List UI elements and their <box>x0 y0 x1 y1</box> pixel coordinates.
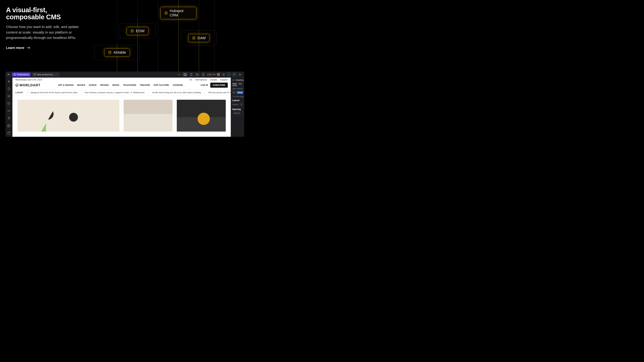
assets-icon[interactable] <box>7 123 11 128</box>
variables-icon[interactable] <box>7 109 11 113</box>
svg-point-28 <box>8 132 10 133</box>
database-icon <box>130 29 134 33</box>
arrow-right-icon <box>27 46 30 49</box>
locale-us[interactable]: US <box>189 79 192 81</box>
svg-point-17 <box>179 74 179 75</box>
tab-style[interactable]: Style <box>232 83 237 86</box>
preview-play-icon[interactable] <box>238 72 242 77</box>
nav-music[interactable]: MUSIC <box>112 84 120 86</box>
svg-point-10 <box>165 12 167 12</box>
margin-label: MARGIN <box>234 112 240 114</box>
designer-app: Publications New product lau… <box>5 71 244 137</box>
pages-icon[interactable] <box>7 87 11 91</box>
subscribe-button[interactable]: SUBSCRIBE <box>210 83 228 88</box>
brand-mark-icon <box>16 84 18 87</box>
chip-airtable-label: Airtable <box>114 50 126 55</box>
locale-international[interactable]: International <box>195 79 207 81</box>
ticker-item-1[interactable]: Spring art fairs kick off for buyers and… <box>31 91 78 94</box>
chip-airtable-outer: Airtable <box>94 45 140 60</box>
svg-point-24 <box>9 117 10 118</box>
chip-edw-outer: EDW <box>120 23 155 38</box>
chip-hubspot-label: Hubspot CRM <box>170 9 192 17</box>
article-card-image-3[interactable] <box>177 100 226 132</box>
ticker-item-3[interactable]: Textile artists bring new life to an 18t… <box>152 91 201 94</box>
nav-cooking[interactable]: COOKING <box>173 84 183 86</box>
brand-name: WORLDART <box>20 83 40 87</box>
nav-movies[interactable]: MOVIES <box>100 84 109 86</box>
svg-point-12 <box>193 37 195 37</box>
breakpoint-landscape-icon[interactable] <box>195 72 200 77</box>
webflow-logo-icon[interactable] <box>7 73 11 76</box>
selector-scope-icon[interactable] <box>232 91 236 94</box>
learn-more-link[interactable]: Learn more <box>6 46 30 50</box>
locale-espanol[interactable]: Español <box>220 79 228 81</box>
section-layout-header: Layout <box>232 99 243 102</box>
collection-pill[interactable]: New product lau… <box>32 72 60 76</box>
more-icon[interactable] <box>177 72 182 77</box>
navigator-icon[interactable] <box>7 94 11 98</box>
learn-more-label: Learn more <box>6 46 24 50</box>
breakpoint-desktop-icon[interactable] <box>183 72 188 77</box>
nav-dance[interactable]: DANCE <box>89 84 96 86</box>
site-preview: Wednesday, April 17th, 2023 US Internati… <box>12 78 231 137</box>
site-brand[interactable]: WORLDART <box>16 83 40 87</box>
chip-dam-outer: DAM <box>181 30 217 45</box>
chip-dam-label: DAM <box>198 36 206 40</box>
publications-pill[interactable]: Publications <box>12 72 30 76</box>
selector-class-chip[interactable]: Head <box>237 91 243 94</box>
tab-settings[interactable]: Set <box>239 83 242 86</box>
designer-topbar: Publications New product lau… <box>5 71 244 78</box>
chip-hubspot[interactable]: Hubspot CRM <box>160 7 196 19</box>
svg-point-23 <box>8 117 9 118</box>
spacing-margin-box[interactable]: MARGIN <box>232 111 243 115</box>
style-panel: H1 Heading Style Set Style selecto Head … <box>231 78 244 137</box>
ticker-label: LATEST <box>16 91 23 93</box>
svg-rect-19 <box>184 73 186 75</box>
chip-edw[interactable]: EDW <box>126 27 148 35</box>
collaborator-avatar[interactable] <box>217 73 220 76</box>
display-value[interactable]: B <box>240 103 243 106</box>
nav-television[interactable]: TELEVISION <box>123 84 136 86</box>
components-icon[interactable] <box>7 101 11 106</box>
ticker-item-4[interactable]: The best movies and TV shows coming <box>208 91 231 94</box>
svg-rect-29 <box>233 92 235 93</box>
cms-icon[interactable] <box>7 131 11 135</box>
selector-count: 1 on this pag <box>232 95 243 97</box>
chip-edw-label: EDW <box>136 29 144 33</box>
svg-point-15 <box>34 73 36 74</box>
ticker-item-2[interactable]: Kim Noltemy, orchestra veteran, is tappe… <box>85 91 145 94</box>
comments-icon[interactable] <box>232 73 236 76</box>
nav-art-design[interactable]: ART & DESIGN <box>58 84 74 86</box>
database-icon <box>192 36 196 40</box>
chip-dam[interactable]: DAM <box>188 34 210 42</box>
locale-canada[interactable]: Canada <box>210 79 217 81</box>
database-icon <box>164 11 168 15</box>
svg-rect-22 <box>202 73 204 76</box>
svg-point-27 <box>8 125 8 125</box>
styles-icon[interactable] <box>7 116 11 120</box>
nav-theater[interactable]: THEATER <box>140 84 150 86</box>
left-toolbar <box>5 78 12 137</box>
svg-point-16 <box>178 74 178 75</box>
nav-pop-culture[interactable]: POP CULTURE <box>154 84 169 86</box>
chip-airtable[interactable]: Airtable <box>104 48 130 56</box>
article-card-image-2[interactable] <box>124 100 172 132</box>
breakpoint-tablet-icon[interactable] <box>189 72 194 77</box>
display-label: Display <box>232 103 239 105</box>
svg-rect-14 <box>14 73 16 75</box>
database-icon <box>34 73 36 76</box>
chip-hubspot-outer: Hubspot CRM <box>160 8 196 18</box>
article-card-image-1[interactable] <box>18 100 120 132</box>
status-ok-icon[interactable] <box>227 73 231 76</box>
breakpoint-mobile-icon[interactable] <box>201 72 206 77</box>
hero-title: A visual-first, composable CMS <box>6 6 100 20</box>
designer-canvas[interactable]: Wednesday, April 17th, 2023 US Internati… <box>12 78 231 137</box>
svg-point-25 <box>8 118 9 119</box>
nav-books[interactable]: BOOKS <box>77 84 85 86</box>
login-link[interactable]: LOG IN <box>201 84 208 86</box>
site-nav-links: ART & DESIGN BOOKS DANCE MOVIES MUSIC TE… <box>58 84 183 86</box>
svg-point-18 <box>180 74 180 75</box>
svg-rect-20 <box>190 73 192 76</box>
chevron-down-icon <box>56 73 58 76</box>
add-element-icon[interactable] <box>7 79 11 84</box>
